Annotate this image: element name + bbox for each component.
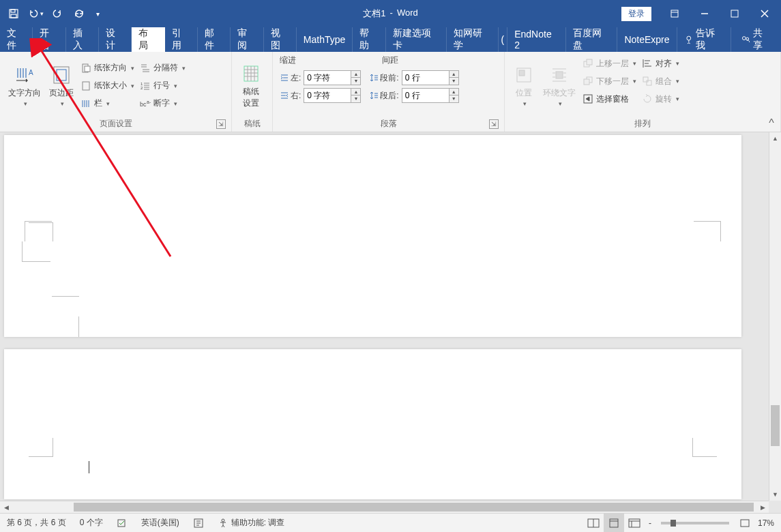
tab-design[interactable]: 设计 xyxy=(99,27,132,52)
hyphenation-button[interactable]: bca-断字▾ xyxy=(137,95,188,113)
scroll-thumb[interactable] xyxy=(771,405,780,446)
tab-newtab[interactable]: 新建选项卡 xyxy=(386,27,447,52)
page-setup-launcher[interactable]: ⇲ xyxy=(216,119,226,129)
tab-tellme[interactable]: 告诉我 xyxy=(677,27,732,52)
tab-baidu[interactable]: 百度网盘 xyxy=(566,27,618,52)
svg-rect-27 xyxy=(643,77,648,82)
zoom-slider[interactable] xyxy=(661,522,729,524)
share-button[interactable]: 共享 xyxy=(731,27,781,52)
redo-button[interactable] xyxy=(49,5,65,22)
zoom-fit-button[interactable] xyxy=(735,514,755,532)
margins-button[interactable]: 页边距▾ xyxy=(45,55,78,117)
tab-layout[interactable]: 布局 xyxy=(132,27,164,52)
tab-file[interactable]: 文件 xyxy=(0,27,33,52)
svg-rect-30 xyxy=(118,520,125,527)
svg-rect-35 xyxy=(629,519,640,527)
zoom-level[interactable]: 17% xyxy=(755,514,781,532)
read-mode-button[interactable] xyxy=(583,514,604,532)
tab-help[interactable]: 帮助 xyxy=(353,27,385,52)
indent-right-input[interactable]: ▲▼ xyxy=(304,88,361,103)
spellcheck-status[interactable] xyxy=(110,514,134,532)
hscroll-thumb[interactable] xyxy=(74,503,754,512)
svg-text:2: 2 xyxy=(141,86,143,90)
svg-text:A: A xyxy=(29,69,33,76)
spin-down[interactable]: ▼ xyxy=(450,78,458,85)
login-button[interactable]: 登录 xyxy=(621,7,651,21)
vertical-scrollbar[interactable]: ▲ ▼ xyxy=(769,132,781,501)
svg-rect-10 xyxy=(57,70,66,80)
spin-down[interactable]: ▼ xyxy=(450,95,458,102)
align-button[interactable]: 对齐▾ xyxy=(639,55,682,72)
tab-endnote[interactable]: EndNote 2 xyxy=(507,27,566,52)
spin-up[interactable]: ▲ xyxy=(351,89,360,95)
track-changes-status[interactable] xyxy=(186,514,211,532)
spacing-before-input[interactable]: ▲▼ xyxy=(402,70,459,85)
horizontal-scrollbar[interactable]: ◀ ▶ xyxy=(0,501,769,513)
tab-review[interactable]: 审阅 xyxy=(231,27,263,52)
maximize-button[interactable] xyxy=(721,4,748,23)
orientation-button[interactable]: 纸张方向▾ xyxy=(78,59,137,77)
tab-insert[interactable]: 插入 xyxy=(66,27,99,52)
selection-pane-button[interactable]: 选择窗格 xyxy=(580,90,639,108)
spin-up[interactable]: ▲ xyxy=(450,89,458,95)
spacing-header: 间距 xyxy=(382,55,398,66)
sync-button[interactable] xyxy=(71,5,87,22)
tab-mailings[interactable]: 邮件 xyxy=(198,27,231,52)
collapse-ribbon-button[interactable]: ^ xyxy=(766,118,777,129)
print-layout-button[interactable] xyxy=(604,514,624,532)
bring-forward-button: 上移一层▾ xyxy=(580,55,639,72)
text-direction-icon: A xyxy=(14,64,35,86)
svg-rect-23 xyxy=(587,59,592,65)
spin-up[interactable]: ▲ xyxy=(351,71,360,78)
svg-rect-34 xyxy=(610,519,618,527)
zoom-knob[interactable] xyxy=(671,520,676,527)
svg-rect-3 xyxy=(671,10,678,17)
web-layout-button[interactable] xyxy=(624,514,645,532)
document-canvas[interactable] xyxy=(0,132,769,501)
manuscript-button[interactable]: 稿纸 设置 xyxy=(236,55,266,117)
tab-home[interactable]: 开始 xyxy=(33,27,65,52)
spin-down[interactable]: ▼ xyxy=(351,95,360,102)
scroll-right-button[interactable]: ▶ xyxy=(756,501,769,513)
tab-noteexpress[interactable]: NoteExpre xyxy=(617,27,677,52)
zoom-out-button[interactable]: - xyxy=(645,514,655,532)
qat-customize-button[interactable]: ▾ xyxy=(93,5,102,22)
svg-point-5 xyxy=(686,36,690,40)
tab-paren[interactable]: ( xyxy=(499,27,508,52)
save-button[interactable] xyxy=(5,5,22,22)
page[interactable] xyxy=(4,135,741,337)
ribbon-display-button[interactable] xyxy=(661,4,688,23)
page[interactable] xyxy=(4,349,741,499)
svg-text:bc: bc xyxy=(140,101,147,108)
text-direction-button[interactable]: A 文字方向▾ xyxy=(4,55,45,117)
tab-mathtype[interactable]: MathType xyxy=(297,27,353,52)
scroll-left-button[interactable]: ◀ xyxy=(0,501,12,513)
line-numbers-button[interactable]: 12行号▾ xyxy=(137,77,188,95)
scroll-up-button[interactable]: ▲ xyxy=(769,132,781,145)
language-status[interactable]: 英语(美国) xyxy=(134,514,186,532)
wrap-text-button: 环绕文字▾ xyxy=(539,55,580,117)
indent-left-input[interactable]: ▲▼ xyxy=(304,70,361,85)
size-button[interactable]: 纸张大小▾ xyxy=(78,77,137,95)
word-count-status[interactable]: 0 个字 xyxy=(73,514,110,532)
page-number-status[interactable]: 第 6 页，共 6 页 xyxy=(0,514,73,532)
paragraph-launcher[interactable]: ⇲ xyxy=(489,119,499,129)
group-arrange: 位置▾ 环绕文字▾ 上移一层▾ 下移一层▾ 选择窗格 对齐▾ 组合▾ 旋转▾ 排… xyxy=(505,52,781,132)
spacing-after-input[interactable]: ▲▼ xyxy=(402,88,459,103)
tab-view[interactable]: 视图 xyxy=(264,27,297,52)
tab-references[interactable]: 引用 xyxy=(165,27,198,52)
send-backward-button: 下移一层▾ xyxy=(580,72,639,90)
columns-button[interactable]: 栏▾ xyxy=(78,95,137,113)
minimize-button[interactable] xyxy=(691,4,718,23)
undo-button[interactable]: ▾ xyxy=(27,5,44,22)
svg-point-6 xyxy=(743,37,746,40)
close-button[interactable] xyxy=(751,4,778,23)
manuscript-icon xyxy=(240,63,262,85)
scroll-down-button[interactable]: ▼ xyxy=(769,488,781,501)
accessibility-status[interactable]: 辅助功能: 调查 xyxy=(211,514,292,532)
spin-up[interactable]: ▲ xyxy=(450,71,458,78)
breaks-button[interactable]: 分隔符▾ xyxy=(137,59,188,77)
spin-down[interactable]: ▼ xyxy=(351,78,360,85)
svg-rect-4 xyxy=(731,10,738,17)
tab-zhiwang[interactable]: 知网研学 xyxy=(447,27,499,52)
